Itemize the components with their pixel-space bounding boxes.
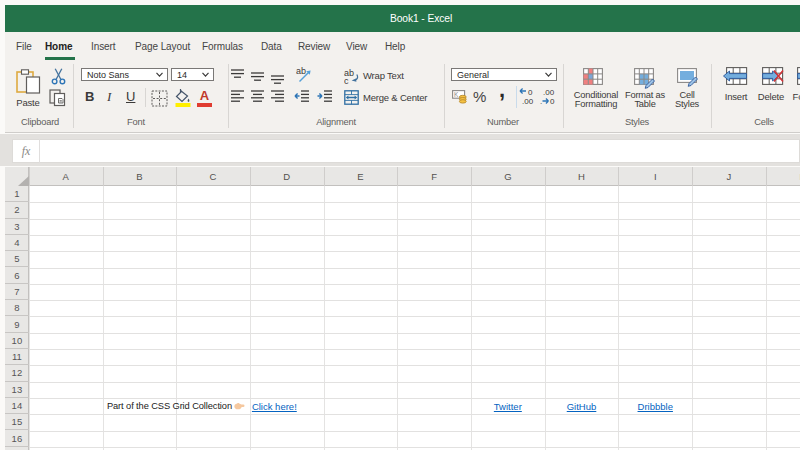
svg-text:.00: .00 bbox=[543, 88, 555, 97]
svg-text:ab: ab bbox=[296, 66, 306, 76]
svg-text:0: 0 bbox=[550, 97, 555, 106]
svg-text:.00: .00 bbox=[522, 97, 534, 106]
svg-text:K: K bbox=[454, 91, 459, 98]
svg-text:0: 0 bbox=[528, 88, 533, 97]
svg-text:.: . bbox=[540, 97, 542, 106]
svg-text:c: c bbox=[344, 76, 349, 85]
svg-text:A: A bbox=[200, 88, 210, 103]
